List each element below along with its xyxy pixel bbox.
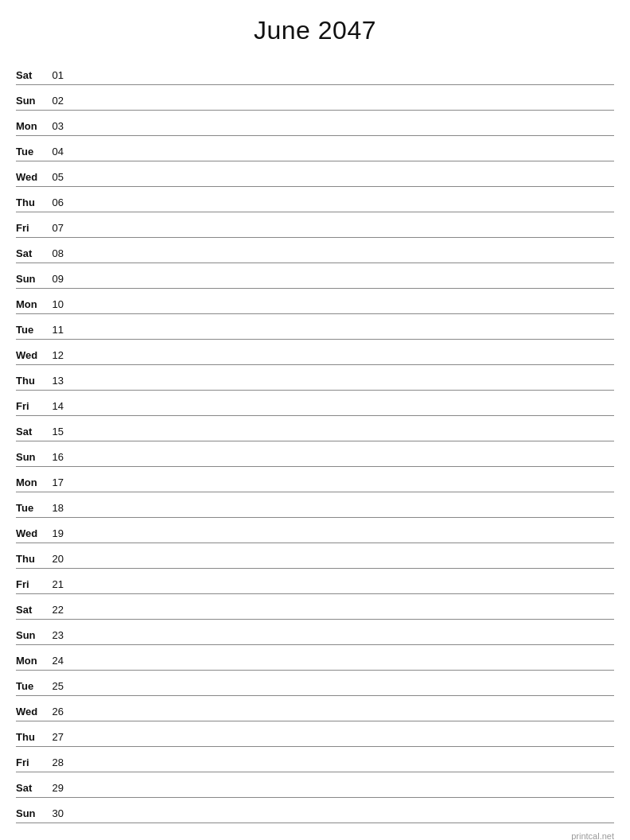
- day-number: 16: [46, 451, 68, 463]
- day-name: Fri: [16, 578, 46, 590]
- day-name: Mon: [16, 476, 46, 488]
- day-number: 07: [46, 222, 68, 234]
- footer: printcal.net: [16, 831, 614, 840]
- day-name: Wed: [16, 349, 46, 361]
- day-number: 15: [46, 426, 68, 438]
- day-number: 18: [46, 502, 68, 514]
- day-number: 20: [46, 553, 68, 565]
- day-line: [68, 360, 614, 361]
- day-number: 21: [46, 578, 68, 590]
- day-name: Wed: [16, 706, 46, 718]
- day-name: Fri: [16, 400, 46, 412]
- day-line: [68, 80, 614, 81]
- day-row: Mon03: [16, 111, 614, 136]
- page-title: June 2047: [16, 16, 614, 45]
- day-number: 28: [46, 756, 68, 768]
- day-name: Thu: [16, 731, 46, 743]
- calendar-rows: Sat01Sun02Mon03Tue04Wed05Thu06Fri07Sat08…: [16, 60, 614, 823]
- day-row: Sun30: [16, 798, 614, 823]
- day-name: Tue: [16, 502, 46, 514]
- day-number: 13: [46, 375, 68, 387]
- day-line: [68, 437, 614, 438]
- day-line: [68, 589, 614, 590]
- day-line: [68, 666, 614, 667]
- day-row: Sun23: [16, 620, 614, 645]
- day-row: Fri14: [16, 391, 614, 416]
- day-row: Sat29: [16, 772, 614, 798]
- day-line: [68, 488, 614, 488]
- day-row: Sat22: [16, 594, 614, 620]
- day-row: Fri28: [16, 747, 614, 772]
- day-number: 03: [46, 120, 68, 132]
- day-name: Fri: [16, 756, 46, 768]
- day-line: [68, 131, 614, 132]
- day-line: [68, 259, 614, 259]
- day-name: Sat: [16, 426, 46, 438]
- day-line: [68, 233, 614, 234]
- day-row: Tue11: [16, 314, 614, 340]
- day-name: Thu: [16, 375, 46, 387]
- day-line: [68, 208, 614, 208]
- day-row: Wed05: [16, 161, 614, 187]
- day-name: Sat: [16, 604, 46, 616]
- day-number: 08: [46, 247, 68, 259]
- day-row: Tue04: [16, 136, 614, 161]
- day-row: Mon24: [16, 645, 614, 671]
- day-row: Sun09: [16, 263, 614, 289]
- day-number: 25: [46, 680, 68, 692]
- day-name: Sat: [16, 247, 46, 259]
- day-number: 17: [46, 476, 68, 488]
- day-line: [68, 309, 614, 310]
- day-row: Sat15: [16, 416, 614, 441]
- day-line: [68, 819, 614, 819]
- day-line: [68, 768, 614, 768]
- day-name: Wed: [16, 171, 46, 183]
- day-row: Fri21: [16, 569, 614, 594]
- day-name: Thu: [16, 553, 46, 565]
- day-line: [68, 182, 614, 183]
- day-number: 30: [46, 807, 68, 819]
- day-name: Sun: [16, 629, 46, 641]
- day-row: Tue25: [16, 671, 614, 696]
- day-name: Sun: [16, 95, 46, 107]
- day-number: 23: [46, 629, 68, 641]
- day-name: Sun: [16, 451, 46, 463]
- day-name: Mon: [16, 120, 46, 132]
- day-line: [68, 462, 614, 463]
- day-row: Tue18: [16, 492, 614, 518]
- day-name: Sat: [16, 782, 46, 794]
- page: June 2047 Sat01Sun02Mon03Tue04Wed05Thu06…: [0, 0, 630, 840]
- day-number: 29: [46, 782, 68, 794]
- day-number: 10: [46, 298, 68, 310]
- day-line: [68, 564, 614, 565]
- day-number: 19: [46, 527, 68, 539]
- day-number: 02: [46, 95, 68, 107]
- day-row: Wed26: [16, 696, 614, 721]
- day-line: [68, 717, 614, 718]
- day-line: [68, 742, 614, 743]
- day-line: [68, 615, 614, 616]
- day-number: 14: [46, 400, 68, 412]
- day-name: Mon: [16, 298, 46, 310]
- day-line: [68, 513, 614, 514]
- day-name: Tue: [16, 680, 46, 692]
- day-number: 09: [46, 273, 68, 285]
- day-number: 11: [46, 324, 68, 336]
- day-number: 04: [46, 146, 68, 158]
- day-row: Sun02: [16, 85, 614, 111]
- day-number: 06: [46, 196, 68, 208]
- day-line: [68, 284, 614, 285]
- day-row: Thu13: [16, 365, 614, 391]
- day-row: Thu20: [16, 543, 614, 569]
- day-name: Fri: [16, 222, 46, 234]
- day-line: [68, 106, 614, 107]
- day-row: Mon17: [16, 467, 614, 492]
- day-number: 24: [46, 655, 68, 667]
- day-name: Tue: [16, 146, 46, 158]
- day-row: Thu06: [16, 187, 614, 212]
- day-name: Mon: [16, 655, 46, 667]
- day-row: Thu27: [16, 721, 614, 747]
- day-name: Wed: [16, 527, 46, 539]
- day-line: [68, 411, 614, 412]
- day-number: 22: [46, 604, 68, 616]
